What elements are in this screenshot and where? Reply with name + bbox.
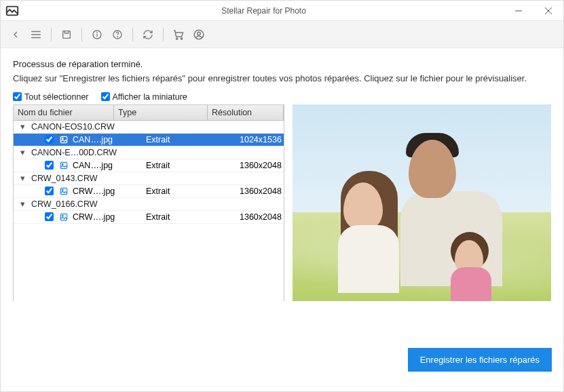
toolbar-separator: [51, 28, 52, 41]
close-button[interactable]: [533, 1, 563, 21]
parent-filename: CRW_0166.CRW: [31, 199, 98, 209]
cell-type: Extrait: [142, 187, 236, 196]
parent-filename: CANON-E…00D.CRW: [31, 148, 117, 157]
table-parent-row[interactable]: ▾CANON-E…00D.CRW: [14, 146, 284, 159]
cell-filename: CRW….jpg: [73, 187, 142, 196]
cell-type: Extrait: [142, 135, 236, 144]
info-button[interactable]: [88, 25, 107, 44]
table-body: ▾CANON-EOS10.CRWCAN….jpgExtrait1024x1536…: [14, 121, 284, 224]
svg-point-10: [97, 33, 98, 33]
svg-point-24: [62, 215, 63, 216]
svg-rect-17: [60, 136, 67, 142]
svg-point-16: [198, 32, 201, 35]
chevron-down-icon: ▾: [20, 147, 27, 157]
preview-image: [293, 104, 551, 301]
image-file-icon: [59, 212, 69, 222]
table-parent-row[interactable]: ▾CRW_0166.CRW: [14, 198, 284, 211]
cell-type: Extrait: [142, 161, 236, 170]
table-child-row[interactable]: CRW….jpgExtrait1360x2048: [14, 211, 284, 224]
table-header: Nom du fichier Type Résolution: [14, 105, 284, 121]
select-all-input[interactable]: [13, 92, 22, 101]
help-button[interactable]: [108, 25, 127, 44]
minimize-button[interactable]: [504, 1, 533, 21]
cell-resolution: 1360x2048: [236, 212, 284, 222]
svg-rect-19: [60, 162, 67, 168]
status-title: Processus de réparation terminé.: [13, 59, 551, 69]
chevron-down-icon: ▾: [20, 173, 27, 183]
svg-rect-23: [60, 214, 67, 220]
chevron-down-icon: ▾: [20, 121, 27, 132]
show-thumb-input[interactable]: [101, 92, 110, 101]
top-checks: Tout sélectionner Afficher la miniature: [13, 92, 551, 102]
svg-point-12: [117, 37, 118, 37]
svg-point-14: [181, 37, 182, 39]
toolbar-separator: [132, 28, 133, 41]
row-checkbox[interactable]: [45, 161, 54, 170]
main-content: Processus de réparation terminé. Cliquez…: [1, 48, 563, 301]
cell-type: Extrait: [142, 212, 236, 222]
parent-filename: CANON-EOS10.CRW: [31, 122, 115, 132]
cell-filename: CAN….jpg: [73, 135, 142, 144]
svg-point-18: [62, 138, 63, 139]
toolbar-separator: [163, 28, 164, 41]
save-button-toolbar[interactable]: [57, 25, 76, 44]
image-file-icon: [59, 135, 69, 144]
toolbar: [1, 21, 563, 48]
cell-filename: CRW….jpg: [73, 212, 142, 222]
table-parent-row[interactable]: ▾CANON-EOS10.CRW: [14, 121, 284, 134]
show-thumb-label: Afficher la miniature: [113, 92, 187, 102]
cell-resolution: 1360x2048: [236, 161, 284, 170]
header-type[interactable]: Type: [114, 105, 208, 120]
row-checkbox[interactable]: [45, 212, 54, 221]
user-button[interactable]: [189, 25, 208, 44]
app-logo-icon: [5, 3, 20, 18]
header-name[interactable]: Nom du fichier: [14, 105, 114, 120]
image-file-icon: [59, 161, 69, 170]
save-repaired-button[interactable]: Enregistrer les fichiers réparés: [408, 348, 552, 372]
svg-point-22: [62, 189, 63, 191]
title-bar: Stellar Repair for Photo: [1, 1, 563, 21]
table-child-row[interactable]: CRW….jpgExtrait1360x2048: [14, 185, 284, 198]
row-checkbox[interactable]: [45, 187, 54, 195]
window-title: Stellar Repair for Photo: [24, 6, 504, 16]
back-button[interactable]: [6, 25, 25, 44]
cell-resolution: 1360x2048: [236, 187, 284, 196]
svg-rect-7: [63, 31, 71, 38]
cart-button[interactable]: [169, 25, 188, 44]
row-checkbox[interactable]: [45, 135, 54, 144]
file-table: Nom du fichier Type Résolution ▾CANON-EO…: [13, 104, 284, 301]
svg-rect-21: [60, 188, 67, 194]
table-child-row[interactable]: CAN….jpgExtrait1360x2048: [14, 159, 284, 172]
footer: Enregistrer les fichiers réparés: [408, 348, 552, 372]
select-all-label: Tout sélectionner: [24, 92, 89, 102]
cell-filename: CAN….jpg: [73, 161, 142, 170]
cell-resolution: 1024x1536: [236, 135, 284, 144]
select-all-checkbox[interactable]: Tout sélectionner: [13, 92, 89, 102]
preview-pane[interactable]: [293, 104, 551, 301]
image-file-icon: [59, 187, 69, 196]
svg-point-20: [62, 163, 63, 165]
refresh-button[interactable]: [138, 25, 157, 44]
chevron-down-icon: ▾: [20, 199, 27, 209]
header-resolution[interactable]: Résolution: [208, 105, 284, 120]
table-child-row[interactable]: CAN….jpgExtrait1024x1536: [14, 134, 284, 146]
show-thumb-checkbox[interactable]: Afficher la miniature: [101, 92, 187, 102]
table-parent-row[interactable]: ▾CRW_0143.CRW: [14, 172, 284, 185]
toolbar-separator: [81, 28, 82, 41]
parent-filename: CRW_0143.CRW: [31, 174, 98, 183]
svg-point-13: [176, 37, 178, 39]
status-description: Cliquez sur "Enregistrer les fichiers ré…: [13, 72, 551, 85]
menu-button[interactable]: [26, 25, 45, 44]
